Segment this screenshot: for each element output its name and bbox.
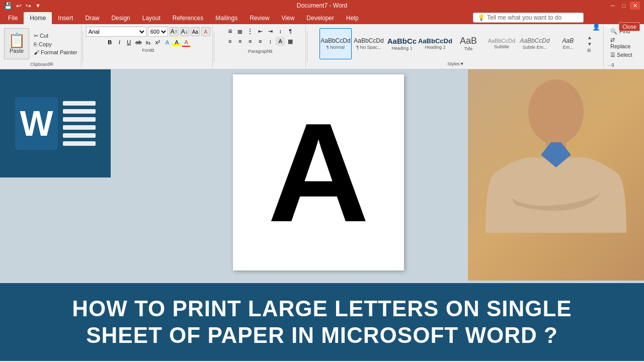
tab-review[interactable]: Review bbox=[244, 12, 275, 24]
styles-more[interactable]: ⊞ bbox=[587, 48, 592, 53]
tab-developer[interactable]: Developer bbox=[300, 12, 340, 24]
subscript-button[interactable]: x₂ bbox=[143, 38, 152, 47]
banner-line1: HOW TO PRINT LARGE LETTERS ON SINGLE bbox=[72, 296, 572, 322]
title-bar: 💾 ↩ ↪ ▼ Document7 - Word ─ □ ✕ bbox=[0, 0, 644, 11]
multilevel-button[interactable]: ⋮ bbox=[246, 27, 255, 36]
style-heading1[interactable]: AaBbCc Heading 1 bbox=[386, 28, 418, 59]
strikethrough-button[interactable]: ab bbox=[134, 38, 143, 47]
tab-design[interactable]: Design bbox=[105, 12, 136, 24]
clear-format-button[interactable]: A bbox=[201, 27, 210, 36]
align-right-button[interactable]: ≡ bbox=[246, 37, 255, 46]
save-icon[interactable]: 💾 bbox=[4, 2, 12, 10]
numbering-button[interactable]: ≣ bbox=[235, 27, 245, 36]
banner-line2: SHEET OF PAPER IN MICROSOFT WORD ? bbox=[72, 322, 572, 349]
font-expand[interactable]: ⧉ bbox=[151, 48, 154, 53]
tab-layout[interactable]: Layout bbox=[136, 12, 167, 24]
copy-button[interactable]: ⎘ Copy bbox=[32, 41, 79, 48]
redo-icon[interactable]: ↪ bbox=[26, 2, 31, 10]
paragraph-group-label: Paragraph bbox=[248, 49, 269, 54]
person-svg bbox=[475, 72, 636, 278]
banner-text: HOW TO PRINT LARGE LETTERS ON SINGLE SHE… bbox=[52, 296, 592, 349]
underline-button[interactable]: U bbox=[124, 38, 133, 47]
style-emphasis[interactable]: AaB Em... bbox=[552, 28, 584, 59]
close-ribbon-button[interactable]: Close bbox=[619, 22, 640, 31]
paragraph-group: ≡ ≣ ⋮ ⇤ ⇥ ↕ ¶ ≡ ≡ ≡ ≡ ↕ A ▦ Paragraph ⧉ bbox=[215, 25, 306, 68]
tell-me-bar[interactable]: 💡 Tell me what you want to do bbox=[473, 13, 584, 23]
word-lines bbox=[63, 101, 96, 146]
style-subtle-emphasis[interactable]: AaBbCcDd Subtle Em... bbox=[519, 28, 551, 59]
styles-expand[interactable]: ▼ bbox=[460, 61, 464, 66]
svg-point-0 bbox=[528, 79, 584, 145]
bold-button[interactable]: B bbox=[105, 38, 114, 47]
style-no-spacing[interactable]: AaBbCcDd ¶ No Spac... bbox=[353, 28, 385, 59]
text-highlight-button[interactable]: A bbox=[172, 38, 181, 47]
decrease-indent-button[interactable]: ⇤ bbox=[256, 27, 265, 36]
font-size-select[interactable]: 600 bbox=[148, 27, 168, 37]
maximize-button[interactable]: □ bbox=[619, 2, 629, 10]
format-painter-button[interactable]: 🖌 Format Painter bbox=[32, 49, 79, 56]
bullets-button[interactable]: ≡ bbox=[225, 27, 234, 36]
clipboard-expand[interactable]: ⧉ bbox=[50, 61, 53, 67]
style-heading2[interactable]: AaBbCcDd Heading 2 bbox=[419, 28, 451, 59]
font-color-button[interactable]: A bbox=[182, 38, 191, 47]
document-big-letter: A bbox=[268, 102, 369, 243]
line-spacing-button[interactable]: ↕ bbox=[266, 37, 275, 46]
format-buttons: B I U ab x₂ x² A A A bbox=[105, 38, 191, 47]
styles-row: AaBbCcDd ¶ Normal AaBbCcDd ¶ No Spac... … bbox=[319, 27, 592, 60]
decrease-font-button[interactable]: A↓ bbox=[180, 27, 189, 36]
increase-font-button[interactable]: A↑ bbox=[170, 27, 179, 36]
scissors-icon: ✂ bbox=[34, 33, 38, 39]
style-normal[interactable]: AaBbCcDd ¶ Normal bbox=[319, 28, 352, 59]
clipboard-group: 📋 Paste ✂ Cut ⎘ Copy 🖌 Format Painter C bbox=[2, 25, 82, 68]
clipboard-commands: ✂ Cut ⎘ Copy 🖌 Format Painter bbox=[32, 32, 79, 56]
align-left-button[interactable]: ≡ bbox=[225, 37, 234, 46]
tab-home[interactable]: Home bbox=[24, 12, 52, 24]
document-page: A bbox=[233, 74, 404, 270]
word-line-2 bbox=[63, 109, 96, 114]
person-image bbox=[468, 69, 644, 281]
paste-button[interactable]: 📋 Paste bbox=[4, 28, 29, 59]
align-center-button[interactable]: ≡ bbox=[235, 37, 245, 46]
styles-scroll-up[interactable]: ▲ bbox=[587, 35, 592, 40]
borders-button[interactable]: ▦ bbox=[286, 37, 295, 46]
styles-group: AaBbCcDd ¶ Normal AaBbCcDd ¶ No Spac... … bbox=[308, 25, 604, 68]
select-button[interactable]: ☰ Select bbox=[608, 50, 638, 60]
tab-help[interactable]: Help bbox=[340, 12, 365, 24]
shading-button[interactable]: A bbox=[276, 37, 285, 46]
paste-icon: 📋 bbox=[8, 34, 26, 48]
cut-button[interactable]: ✂ Cut bbox=[32, 32, 79, 40]
sort-button[interactable]: ↕ bbox=[276, 27, 285, 36]
close-button[interactable]: ✕ bbox=[630, 2, 640, 10]
undo-icon[interactable]: ↩ bbox=[16, 2, 22, 10]
ribbon: 📋 Paste ✂ Cut ⎘ Copy 🖌 Format Painter C bbox=[0, 24, 644, 69]
tab-insert[interactable]: Insert bbox=[52, 12, 79, 24]
title-bar-title: Document7 - Word bbox=[297, 2, 347, 9]
superscript-button[interactable]: x² bbox=[153, 38, 162, 47]
justify-button[interactable]: ≡ bbox=[256, 37, 265, 46]
tab-references[interactable]: References bbox=[167, 12, 209, 24]
editing-group: 🔍Find ⇄ Replace ☰ Select ...g bbox=[604, 25, 642, 68]
word-line-1 bbox=[63, 101, 96, 106]
tab-mailings[interactable]: Mailings bbox=[209, 12, 244, 24]
tab-view[interactable]: View bbox=[276, 12, 301, 24]
styles-group-label: Styles bbox=[447, 61, 460, 66]
show-marks-button[interactable]: ¶ bbox=[286, 27, 295, 36]
word-line-6 bbox=[63, 141, 96, 146]
style-subtitle[interactable]: AaBbCcDd Subtitle bbox=[486, 28, 518, 59]
copy-icon: ⎘ bbox=[34, 41, 37, 47]
change-case-button[interactable]: Aa bbox=[191, 27, 200, 36]
minimize-button[interactable]: ─ bbox=[608, 2, 618, 10]
word-logo-letter: W bbox=[20, 106, 53, 141]
italic-button[interactable]: I bbox=[115, 38, 124, 47]
increase-indent-button[interactable]: ⇥ bbox=[266, 27, 275, 36]
paragraph-expand[interactable]: ⧉ bbox=[269, 49, 272, 54]
bottom-banner: HOW TO PRINT LARGE LETTERS ON SINGLE SHE… bbox=[0, 283, 644, 361]
tab-file[interactable]: File bbox=[2, 12, 24, 24]
styles-scroll-down[interactable]: ▼ bbox=[587, 41, 592, 47]
clipboard-label: Clipboard bbox=[30, 62, 50, 67]
font-name-select[interactable]: Arial bbox=[86, 27, 146, 37]
tab-draw[interactable]: Draw bbox=[79, 12, 105, 24]
text-effects-button[interactable]: A bbox=[163, 38, 172, 47]
style-title[interactable]: AaB Title bbox=[452, 28, 485, 59]
replace-button[interactable]: ⇄ Replace bbox=[608, 38, 638, 48]
